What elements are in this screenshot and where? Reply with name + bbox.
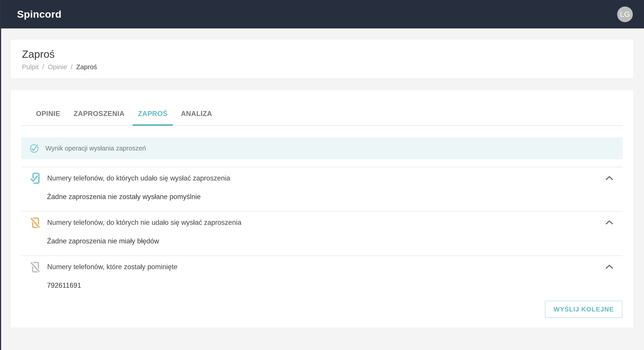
app-logo[interactable]: Spincord <box>17 9 62 20</box>
tab-analiza[interactable]: ANALIZA <box>176 103 218 126</box>
phone-off-icon <box>30 261 41 273</box>
section-failed-title: Numery telefonów, do których nie udało s… <box>47 219 598 227</box>
tab-opinie[interactable]: OPINIE <box>31 103 66 126</box>
phone-check-icon <box>30 173 41 184</box>
chevron-up-icon[interactable] <box>605 220 614 225</box>
send-more-button[interactable]: WYŚLIJ KOLEJNE <box>545 301 622 318</box>
collapsed-sidebar-edge <box>0 0 1 350</box>
breadcrumb-item-pulpit[interactable]: Pulpit <box>22 63 39 71</box>
section-sent-header[interactable]: Numery telefonów, do których udało się w… <box>21 167 623 184</box>
section-skipped-header[interactable]: Numery telefonów, które zostały pominięt… <box>21 256 623 273</box>
section-failed-header[interactable]: Numery telefonów, do których nie udało s… <box>21 212 623 228</box>
breadcrumb-separator: / <box>42 63 44 71</box>
tab-zapros[interactable]: ZAPROŚ <box>132 103 173 126</box>
breadcrumb: Pulpit / Opinie / Zaproś <box>22 63 622 71</box>
breadcrumb-item-zapros: Zaproś <box>76 63 97 71</box>
top-navbar: Spincord LG <box>0 0 644 29</box>
chevron-up-icon[interactable] <box>605 264 614 270</box>
section-failed-content: Żadne zaproszenia nie miały błędów <box>21 228 623 256</box>
actions-row: WYŚLIJ KOLEJNE <box>21 300 623 318</box>
chevron-up-icon[interactable] <box>605 176 614 181</box>
result-banner: Wynik operacji wysłania zaproszeń <box>21 137 623 159</box>
user-avatar[interactable]: LG <box>617 7 633 22</box>
page-title: Zaproś <box>22 49 622 60</box>
result-banner-text: Wynik operacji wysłania zaproszeń <box>46 145 146 152</box>
breadcrumb-separator: / <box>71 63 72 71</box>
tab-bar: OPINIE ZAPROSZENIA ZAPROŚ ANALIZA <box>21 90 623 126</box>
section-skipped-title: Numery telefonów, które zostały pominięt… <box>47 263 598 271</box>
section-skipped: Numery telefonów, które zostały pominięt… <box>21 256 623 300</box>
breadcrumb-item-opinie[interactable]: Opinie <box>48 63 67 71</box>
section-sent: Numery telefonów, do których udało się w… <box>21 167 623 211</box>
section-failed: Numery telefonów, do których nie udało s… <box>21 211 623 256</box>
check-circle-icon <box>29 143 40 153</box>
section-skipped-content: 792611691 <box>21 273 623 300</box>
phone-off-icon <box>30 217 41 228</box>
page-header-card: Zaproś Pulpit / Opinie / Zaproś <box>11 40 633 78</box>
section-sent-title: Numery telefonów, do których udało się w… <box>47 174 598 182</box>
tab-zaproszenia[interactable]: ZAPROSZENIA <box>68 103 130 126</box>
invite-results-card: OPINIE ZAPROSZENIA ZAPROŚ ANALIZA Wynik … <box>11 90 633 328</box>
section-sent-content: Żadne zaproszenia nie zostały wysłane po… <box>21 184 623 211</box>
